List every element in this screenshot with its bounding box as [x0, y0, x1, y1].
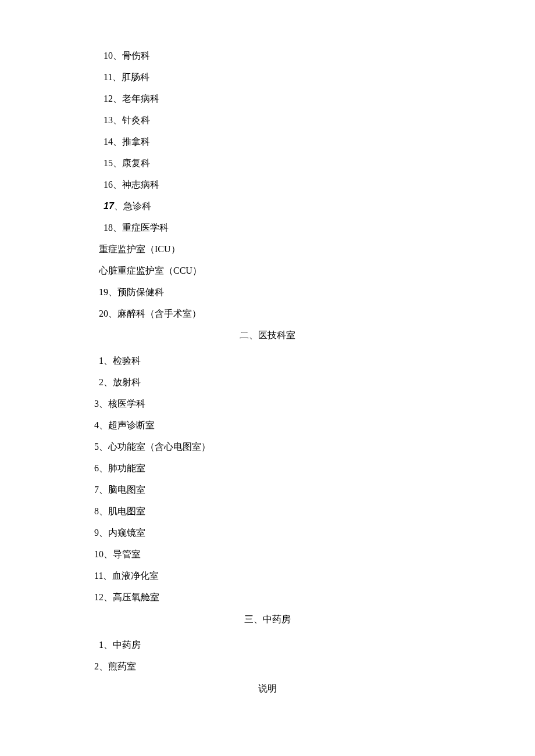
list-item: 20、麻醉科（含手术室） [0, 309, 535, 318]
list-item: 12、高压氧舱室 [0, 593, 535, 602]
section-heading: 说明 [0, 684, 535, 693]
document-content: 10、骨伤科 11、肛肠科 12、老年病科 13、针灸科 14、推拿科 15、康… [0, 51, 535, 693]
list-item: 8、肌电图室 [0, 507, 535, 516]
section-heading: 三、中药房 [0, 615, 535, 624]
list-item: 重症监护室（ICU） [0, 245, 535, 254]
list-item: 4、超声诊断室 [0, 421, 535, 430]
list-item: 1、检验科 [0, 356, 535, 366]
list-item: 17、急诊科 [0, 202, 535, 211]
item-number: 17 [104, 201, 114, 211]
section-heading: 二、医技科室 [0, 331, 535, 340]
list-item: 9、内窥镜室 [0, 528, 535, 538]
list-item: 11、肛肠科 [0, 73, 535, 82]
list-item: 7、脑电图室 [0, 485, 535, 495]
list-item: 19、预防保健科 [0, 288, 535, 297]
list-item: 6、肺功能室 [0, 464, 535, 473]
list-item: 2、放射科 [0, 378, 535, 387]
list-item: 10、导管室 [0, 550, 535, 559]
item-text: 、急诊科 [114, 201, 151, 211]
list-item: 18、重症医学科 [0, 223, 535, 232]
list-item: 12、老年病科 [0, 94, 535, 103]
list-item: 3、核医学科 [0, 399, 535, 409]
list-item: 16、神志病科 [0, 180, 535, 189]
list-item: 15、康复科 [0, 159, 535, 168]
list-item: 14、推拿科 [0, 137, 535, 146]
list-item: 心脏重症监护室（CCU） [0, 266, 535, 275]
list-item: 1、中药房 [0, 640, 535, 650]
list-item: 11、血液净化室 [0, 571, 535, 581]
list-item: 2、煎药室 [0, 662, 535, 671]
list-item: 13、针灸科 [0, 116, 535, 125]
list-item: 5、心功能室（含心电图室） [0, 442, 535, 452]
list-item: 10、骨伤科 [0, 51, 535, 60]
